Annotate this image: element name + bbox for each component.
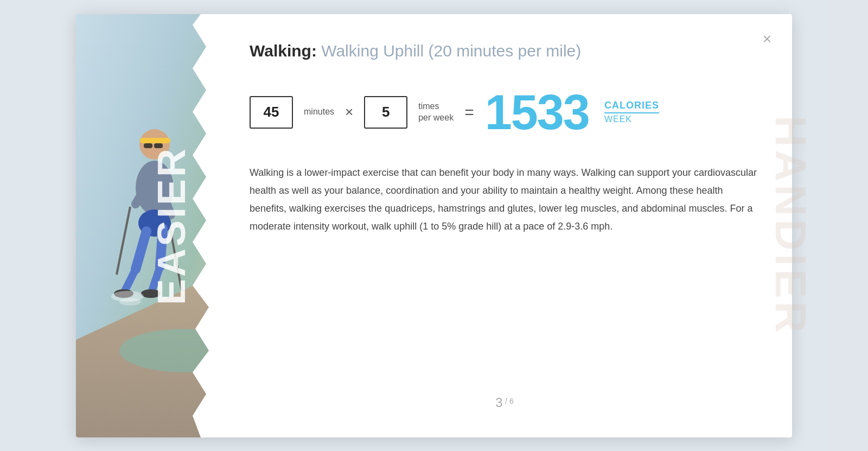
modal-container: EASIER × Walking: Walking Uphill (20 min…: [76, 14, 792, 437]
times-input-box[interactable]: [364, 96, 407, 129]
result-number: 1533: [485, 88, 589, 137]
modal-image-panel: EASIER: [76, 14, 217, 437]
calculator-row: minutes × times per week = 1533 CALORIES…: [250, 88, 760, 137]
pagination: 3 / 6: [250, 395, 760, 416]
title-light-part: Walking Uphill (20 minutes per mile): [321, 42, 581, 60]
modal-description: Walking is a lower-impact exercise that …: [250, 164, 760, 379]
result-unit: CALORIES WEEK: [604, 100, 659, 124]
times-input[interactable]: [369, 104, 402, 120]
svg-point-21: [119, 298, 141, 306]
close-button[interactable]: ×: [758, 30, 776, 48]
modal-title: Walking: Walking Uphill (20 minutes per …: [250, 41, 760, 61]
minutes-input-box[interactable]: [250, 96, 293, 129]
multiply-operator: ×: [345, 104, 353, 120]
minutes-label: minutes: [304, 106, 334, 118]
brand-text: EASIER: [149, 146, 194, 304]
week-label: WEEK: [604, 115, 632, 124]
title-bold-part: Walking:: [250, 42, 317, 60]
calories-label: CALORIES: [604, 100, 659, 113]
pagination-current: 3: [495, 395, 502, 410]
modal-content: × Walking: Walking Uphill (20 minutes pe…: [217, 14, 792, 437]
pagination-total: / 6: [505, 396, 514, 405]
equals-sign: =: [464, 103, 474, 122]
athlete-illustration: [76, 14, 217, 437]
next-arrow-button[interactable]: ❯: [787, 212, 792, 239]
modal-overlay: EASIER × Walking: Walking Uphill (20 min…: [0, 0, 868, 451]
svg-rect-5: [140, 138, 170, 143]
minutes-input[interactable]: [255, 104, 288, 120]
times-label: times per week: [418, 101, 454, 124]
